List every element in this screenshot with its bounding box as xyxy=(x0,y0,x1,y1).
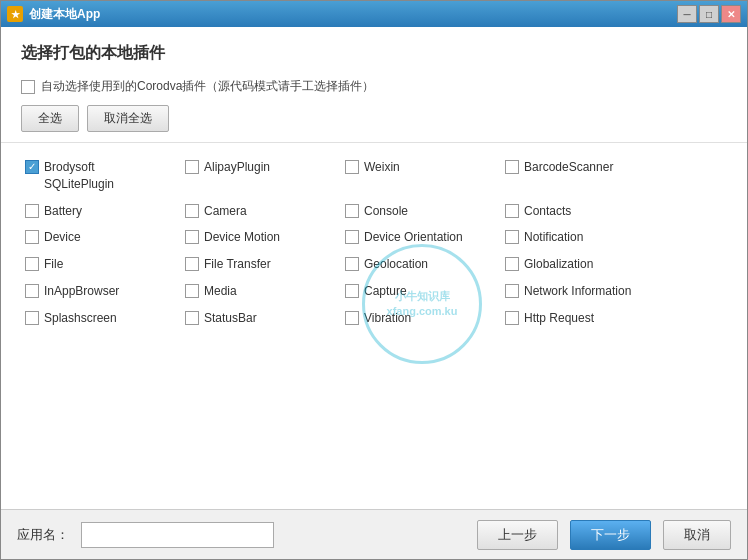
plugin-checkbox-contacts[interactable] xyxy=(505,204,519,218)
list-item: Media xyxy=(181,281,341,302)
plugin-label-notification: Notification xyxy=(524,229,583,246)
plugin-checkbox-statusbar[interactable] xyxy=(185,311,199,325)
close-button[interactable]: ✕ xyxy=(721,5,741,23)
list-item: Camera xyxy=(181,201,341,222)
plugins-grid: BrodysoftSQLitePluginAlipayPluginWeixinB… xyxy=(21,157,727,329)
plugin-label-geolocation: Geolocation xyxy=(364,256,428,273)
plugin-checkbox-splashscreen[interactable] xyxy=(25,311,39,325)
list-item: Http Request xyxy=(501,308,661,329)
auto-select-label: 自动选择使用到的Corodva插件（源代码模式请手工选择插件） xyxy=(41,78,374,95)
list-item: Notification xyxy=(501,227,661,248)
plugin-label-device: Device xyxy=(44,229,81,246)
plugin-checkbox-battery[interactable] xyxy=(25,204,39,218)
app-icon: ★ xyxy=(7,6,23,22)
select-buttons-row: 全选 取消全选 xyxy=(21,105,727,132)
plugin-checkbox-network-info[interactable] xyxy=(505,284,519,298)
page-title: 选择打包的本地插件 xyxy=(21,43,727,64)
list-item: Capture xyxy=(341,281,501,302)
list-item: Device Motion xyxy=(181,227,341,248)
list-item: Weixin xyxy=(341,157,501,195)
plugin-label-camera: Camera xyxy=(204,203,247,220)
divider xyxy=(1,142,747,143)
plugin-label-capture: Capture xyxy=(364,283,407,300)
plugin-checkbox-barcode[interactable] xyxy=(505,160,519,174)
plugin-label-barcode: BarcodeScanner xyxy=(524,159,613,176)
plugin-checkbox-console[interactable] xyxy=(345,204,359,218)
plugin-checkbox-capture[interactable] xyxy=(345,284,359,298)
list-item: Console xyxy=(341,201,501,222)
plugin-label-console: Console xyxy=(364,203,408,220)
plugin-label-splashscreen: Splashscreen xyxy=(44,310,117,327)
plugin-label-network-info: Network Information xyxy=(524,283,631,300)
plugin-label-file-transfer: File Transfer xyxy=(204,256,271,273)
plugin-label-inappbrowser: InAppBrowser xyxy=(44,283,119,300)
deselect-all-button[interactable]: 取消全选 xyxy=(87,105,169,132)
list-item: Geolocation xyxy=(341,254,501,275)
plugin-label-device-motion: Device Motion xyxy=(204,229,280,246)
list-item: Vibration xyxy=(341,308,501,329)
content-area: 选择打包的本地插件 自动选择使用到的Corodva插件（源代码模式请手工选择插件… xyxy=(1,27,747,509)
plugin-checkbox-geolocation[interactable] xyxy=(345,257,359,271)
list-item: File Transfer xyxy=(181,254,341,275)
plugin-checkbox-camera[interactable] xyxy=(185,204,199,218)
title-buttons: ─ □ ✕ xyxy=(677,5,741,23)
footer-bar: 应用名： 上一步 下一步 取消 xyxy=(1,509,747,559)
plugin-checkbox-file[interactable] xyxy=(25,257,39,271)
list-item: BarcodeScanner xyxy=(501,157,661,195)
plugin-label-file: File xyxy=(44,256,63,273)
title-bar: ★ 创建本地App ─ □ ✕ xyxy=(1,1,747,27)
plugin-checkbox-alipay[interactable] xyxy=(185,160,199,174)
minimize-button[interactable]: ─ xyxy=(677,5,697,23)
plugin-checkbox-notification[interactable] xyxy=(505,230,519,244)
plugin-label-globalization: Globalization xyxy=(524,256,593,273)
list-item: Network Information xyxy=(501,281,661,302)
auto-select-row: 自动选择使用到的Corodva插件（源代码模式请手工选择插件） xyxy=(21,78,727,95)
plugin-checkbox-device-orientation[interactable] xyxy=(345,230,359,244)
list-item: Device Orientation xyxy=(341,227,501,248)
list-item: StatusBar xyxy=(181,308,341,329)
app-name-input[interactable] xyxy=(81,522,274,548)
cancel-button[interactable]: 取消 xyxy=(663,520,731,550)
list-item: BrodysoftSQLitePlugin xyxy=(21,157,181,195)
window-title: 创建本地App xyxy=(29,6,677,23)
plugin-checkbox-inappbrowser[interactable] xyxy=(25,284,39,298)
plugin-label-weixin: Weixin xyxy=(364,159,400,176)
list-item: Battery xyxy=(21,201,181,222)
app-name-label: 应用名： xyxy=(17,526,69,544)
maximize-button[interactable]: □ xyxy=(699,5,719,23)
plugin-checkbox-vibration[interactable] xyxy=(345,311,359,325)
list-item: InAppBrowser xyxy=(21,281,181,302)
list-item: AlipayPlugin xyxy=(181,157,341,195)
plugin-label-http-request: Http Request xyxy=(524,310,594,327)
list-item: Globalization xyxy=(501,254,661,275)
plugin-checkbox-http-request[interactable] xyxy=(505,311,519,325)
plugin-label-vibration: Vibration xyxy=(364,310,411,327)
plugin-checkbox-weixin[interactable] xyxy=(345,160,359,174)
plugin-label-statusbar: StatusBar xyxy=(204,310,257,327)
plugin-label-media: Media xyxy=(204,283,237,300)
plugin-label-device-orientation: Device Orientation xyxy=(364,229,463,246)
plugin-checkbox-file-transfer[interactable] xyxy=(185,257,199,271)
next-button[interactable]: 下一步 xyxy=(570,520,651,550)
list-item: Splashscreen xyxy=(21,308,181,329)
plugin-checkbox-globalization[interactable] xyxy=(505,257,519,271)
list-item: File xyxy=(21,254,181,275)
select-all-button[interactable]: 全选 xyxy=(21,105,79,132)
plugin-label-brodysoft: BrodysoftSQLitePlugin xyxy=(44,159,114,193)
prev-button[interactable]: 上一步 xyxy=(477,520,558,550)
auto-select-checkbox[interactable] xyxy=(21,80,35,94)
plugin-checkbox-device[interactable] xyxy=(25,230,39,244)
plugin-checkbox-brodysoft[interactable] xyxy=(25,160,39,174)
plugin-label-battery: Battery xyxy=(44,203,82,220)
plugin-checkbox-media[interactable] xyxy=(185,284,199,298)
plugin-label-alipay: AlipayPlugin xyxy=(204,159,270,176)
list-item: Contacts xyxy=(501,201,661,222)
list-item: Device xyxy=(21,227,181,248)
main-window: ★ 创建本地App ─ □ ✕ 选择打包的本地插件 自动选择使用到的Corodv… xyxy=(0,0,748,560)
plugin-label-contacts: Contacts xyxy=(524,203,571,220)
plugin-checkbox-device-motion[interactable] xyxy=(185,230,199,244)
